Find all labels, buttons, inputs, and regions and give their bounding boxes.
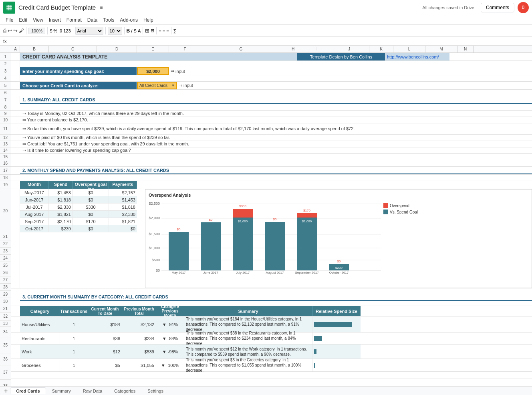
menu-file[interactable]: File: [3, 16, 16, 24]
svg-text:$1,000: $1,000: [149, 246, 160, 250]
decimal-button[interactable]: .0: [58, 28, 62, 33]
t3-bar-1: [312, 316, 361, 332]
svg-text:$500: $500: [152, 258, 160, 262]
t3-h-change: Change v Previous Month: [156, 306, 184, 316]
row-36: Restaurants 1 $38 $234 ▼ -84% This month…: [11, 333, 532, 345]
svg-rect-17: [169, 232, 189, 270]
col-j[interactable]: J: [329, 46, 369, 52]
number-format-button[interactable]: 123: [63, 28, 71, 33]
sheet-tab-4[interactable]: Categories: [108, 387, 141, 395]
t2-may-pay: $2,157: [109, 189, 137, 196]
chart-container: Overspend Analysis $2,500 $2,000 $1,500 …: [145, 189, 532, 288]
sheet-tab-5[interactable]: Settings: [141, 387, 169, 395]
row-18: [11, 175, 532, 181]
main-title: CREDIT CARD ANALYSIS TEMPLATE: [20, 53, 297, 60]
col-d[interactable]: D: [97, 46, 137, 52]
align-left-button[interactable]: ≡: [159, 28, 161, 33]
t2-h-month: Month: [20, 181, 49, 189]
undo-button[interactable]: ↩: [8, 28, 12, 34]
col-i[interactable]: I: [305, 46, 329, 52]
align-center-button[interactable]: ≡: [163, 28, 165, 33]
menu-tools[interactable]: Tools: [101, 16, 117, 24]
merge-button[interactable]: ⊟: [151, 28, 154, 33]
col-m[interactable]: M: [425, 46, 457, 52]
row-5: Choose your Credit Card to analyze: All …: [11, 82, 532, 90]
t3-cat-2: Restaurants: [20, 333, 60, 344]
t3-h-category: Category: [20, 306, 60, 316]
t3-cur-1: $184: [88, 316, 122, 332]
currency-button[interactable]: $: [50, 28, 52, 33]
menu-insert[interactable]: Insert: [46, 16, 63, 24]
t3-cat-1: House/Utilities: [20, 316, 60, 332]
svg-rect-23: [233, 218, 253, 270]
col-a[interactable]: A: [11, 46, 20, 52]
summary-line-1: ⇒ Today is Monday, 02 Oct 2017, which me…: [20, 111, 532, 117]
t3-summary-1: This month you've spent $184 in the Hous…: [184, 316, 312, 332]
col-n[interactable]: N: [457, 46, 474, 52]
svg-text:May 2017: May 2017: [171, 271, 186, 274]
menu-format[interactable]: Format: [64, 16, 84, 24]
menu-data[interactable]: Data: [85, 16, 100, 24]
credit-card-dropdown[interactable]: All Credit Cards ▼: [137, 82, 177, 89]
row-32: 3. CURRENT MONTH SUMMARY BY CATEGORY: AL…: [11, 293, 532, 301]
strikethrough-button[interactable]: S: [134, 28, 137, 33]
col-h[interactable]: H: [281, 46, 305, 52]
print-button[interactable]: ⎙: [3, 28, 6, 34]
col-f[interactable]: F: [169, 46, 201, 52]
more-formats-button[interactable]: ∑: [173, 28, 177, 33]
border-button[interactable]: ⊞: [145, 28, 149, 34]
t2-may-over: $0: [73, 189, 109, 196]
font-size-select[interactable]: 10: [108, 27, 122, 35]
sheet-tab-1[interactable]: Cred Cards: [10, 387, 46, 394]
row-37: Work 1 $12 $539 ▼ -98% This month you've…: [11, 345, 532, 359]
drive-icon: ■: [100, 5, 103, 10]
col-e[interactable]: E: [137, 46, 169, 52]
svg-text:June 2017: June 2017: [203, 271, 218, 274]
font-color-button[interactable]: A: [138, 28, 141, 33]
input-arrow-2: ⇒ input: [177, 82, 209, 89]
percent-button[interactable]: %: [53, 28, 57, 33]
svg-text:$0: $0: [156, 268, 160, 272]
sheet-tab-2[interactable]: Summary: [46, 387, 77, 395]
col-b[interactable]: B: [20, 46, 49, 52]
add-sheet-button[interactable]: +: [2, 387, 10, 395]
col-c[interactable]: C: [49, 46, 97, 52]
row-6: [11, 90, 532, 96]
svg-text:$170: $170: [303, 209, 310, 212]
paint-format-button[interactable]: 🖌: [19, 28, 24, 34]
overspend-chart: $2,500 $2,000 $1,500 $1,000 $500 $0: [149, 199, 381, 275]
italic-button[interactable]: I: [131, 28, 132, 34]
formula-input[interactable]: [20, 39, 529, 44]
col-corner: [0, 46, 11, 52]
bold-button[interactable]: B: [127, 28, 130, 34]
font-name-select[interactable]: Arial: [75, 27, 103, 35]
comments-button[interactable]: Comments: [481, 3, 514, 12]
legend-overspend: Overspend: [390, 204, 409, 208]
menu-addons[interactable]: Add-ons: [117, 16, 140, 24]
summary-line-2: ⇒ Your current balance is $2,170.: [20, 117, 532, 123]
svg-text:October 2017: October 2017: [329, 271, 349, 274]
align-right-button[interactable]: ≡: [166, 28, 169, 33]
redo-button[interactable]: ↪: [13, 28, 18, 34]
t2-may-spend: $1,453: [49, 189, 73, 196]
col-k[interactable]: K: [369, 46, 393, 52]
menu-view[interactable]: View: [30, 16, 46, 24]
chart-title: Overspend Analysis: [149, 193, 528, 198]
col-l[interactable]: L: [393, 46, 425, 52]
menu-help[interactable]: Help: [141, 16, 156, 24]
svg-text:$2,000: $2,000: [302, 220, 312, 223]
col-g[interactable]: G: [201, 46, 281, 52]
cell-reference: fx: [3, 39, 18, 44]
website-link[interactable]: http://www.bencollins.com/: [385, 53, 449, 60]
row-numbers: 1 2 3 4 5 6 7 8 9 10 11 12 13 14 15 16 1…: [0, 53, 11, 386]
zoom-display: 100%: [28, 28, 45, 34]
svg-text:$0: $0: [177, 228, 181, 231]
sheet-tab-3[interactable]: Raw Data: [77, 387, 108, 395]
legend-goal: Vs. Spend Goal: [390, 210, 418, 214]
template-credit: Template Design by Ben Collins: [297, 53, 385, 60]
input-arrow-1: ⇒ input: [169, 67, 201, 75]
spending-cap-value[interactable]: $2,000: [137, 67, 169, 75]
row-1: CREDIT CARD ANALYSIS TEMPLATE Template D…: [11, 53, 532, 61]
menu-edit[interactable]: Edit: [16, 16, 30, 24]
row-11: ⇒ So far this month, you have spent $239…: [11, 123, 532, 135]
